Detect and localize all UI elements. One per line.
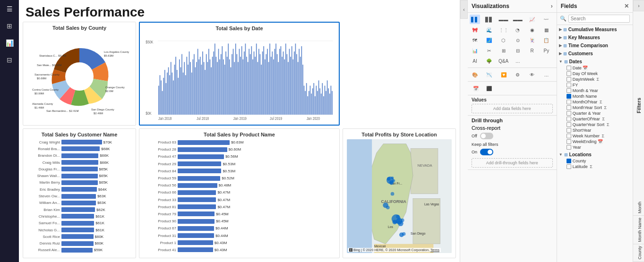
waterfall-icon[interactable]: 🌊 xyxy=(484,25,494,34)
field-item[interactable]: Month Name xyxy=(557,93,633,99)
fields-search-input[interactable] xyxy=(568,15,630,23)
field-group-header[interactable]: ▼⊞Locations xyxy=(557,151,633,158)
field-checkbox[interactable] xyxy=(567,134,571,138)
svg-rect-102 xyxy=(258,49,259,114)
field-item[interactable]: ShortYear xyxy=(557,127,633,133)
pie-chart-icon[interactable]: ◔ xyxy=(513,25,523,34)
sales-by-date-box[interactable]: Total Sales by Date $50K $0K xyxy=(139,22,340,126)
field-item[interactable]: MonthOfYear Σ xyxy=(557,99,633,105)
add-data-fields-box[interactable]: Add data fields here xyxy=(472,104,553,113)
filter-county[interactable]: County xyxy=(633,244,644,262)
scatter-icon[interactable]: ⋮⋮ xyxy=(498,25,509,34)
r-script-icon[interactable]: R xyxy=(527,46,537,55)
field-item[interactable]: Month & Year xyxy=(557,88,633,93)
field-checkbox[interactable] xyxy=(567,159,571,163)
field-checkbox[interactable] xyxy=(567,94,571,99)
table-viz-icon[interactable]: ⊞ xyxy=(498,46,509,55)
calendar-icon[interactable]: 📅 xyxy=(471,84,481,93)
grid-icon[interactable]: ⊞ xyxy=(3,21,16,31)
field-checkbox[interactable] xyxy=(567,117,571,121)
card-icon[interactable]: 🃏 xyxy=(527,35,537,45)
field-item[interactable]: QuarterOfYear Σ xyxy=(557,116,633,122)
field-checkbox[interactable] xyxy=(567,105,571,110)
hamburger-icon[interactable]: ☰ xyxy=(3,4,16,14)
more-icon[interactable]: … xyxy=(513,56,523,66)
more2-icon[interactable]: … xyxy=(541,70,551,79)
map-chart-box[interactable]: Total Profits by Store Location NEVADA C… xyxy=(343,128,456,258)
funnel2-icon[interactable]: ⬛ xyxy=(484,84,494,93)
product-chart-box[interactable]: Total Sales by Product Name Product 63$0… xyxy=(139,128,340,258)
field-group-header[interactable]: ▶⊞Customers xyxy=(557,50,633,57)
field-group-header[interactable]: ▼⊞Dates xyxy=(557,58,633,65)
collapse-right-arrow[interactable]: › xyxy=(633,0,644,11)
field-group-header[interactable]: ▶⊞Cumulative Measures xyxy=(557,26,633,33)
field-checkbox[interactable] xyxy=(567,83,571,87)
collapse-left-arrow[interactable]: ‹ xyxy=(460,0,468,19)
qa-icon[interactable]: Q&A xyxy=(498,56,509,66)
field-item[interactable]: Year xyxy=(557,144,633,150)
chart-nav-icon[interactable]: 📊 xyxy=(3,38,16,48)
field-item[interactable]: MonthYear Sort Σ xyxy=(557,105,633,110)
paint-icon[interactable]: 🎨 xyxy=(470,70,480,79)
stacked-hbar-icon[interactable]: ▬▬ xyxy=(513,15,523,24)
visual-icon[interactable]: 👁 xyxy=(527,70,537,79)
filled-map-icon[interactable]: 🗾 xyxy=(484,35,494,45)
field-item[interactable]: County xyxy=(557,158,633,164)
fields-panel-close[interactable]: ✕ xyxy=(624,3,629,9)
decomp-tree-icon[interactable]: 🌳 xyxy=(484,56,494,66)
slicer-icon[interactable]: ✂ xyxy=(484,46,494,55)
field-checkbox[interactable] xyxy=(567,100,571,104)
stacked-bar-icon[interactable]: ▊▊ xyxy=(484,15,494,24)
product-bar-row: Product 84$0.53M xyxy=(143,168,335,174)
area-chart-icon[interactable]: 〰 xyxy=(541,15,551,24)
field-checkbox[interactable] xyxy=(567,128,571,133)
field-item[interactable]: QuarterYear Sort Σ xyxy=(557,122,633,127)
multirow-card-icon[interactable]: 📋 xyxy=(541,35,551,45)
keep-filters-toggle[interactable] xyxy=(480,149,493,155)
field-item[interactable]: Day Of Week xyxy=(557,71,633,76)
field-checkbox[interactable] xyxy=(567,164,571,169)
ai-icon[interactable]: AI xyxy=(470,56,480,66)
ribbon-chart-icon[interactable]: 🎀 xyxy=(470,25,480,34)
customer-chart-box[interactable]: Total Sales by Customer Name Craig Wrigh… xyxy=(23,128,136,258)
field-item[interactable]: Week Number Σ xyxy=(557,133,633,139)
field-checkbox[interactable] xyxy=(567,122,571,127)
field-checkbox[interactable] xyxy=(567,66,571,70)
analytics-icon[interactable]: 📉 xyxy=(484,70,494,79)
field-group-header[interactable]: ▶⊞Key Measures xyxy=(557,34,633,41)
field-item[interactable]: Latitude Σ xyxy=(557,164,633,169)
matrix-icon[interactable]: ⊟ xyxy=(513,46,523,55)
filter-month[interactable]: Month xyxy=(633,200,644,216)
filter-icon[interactable]: 🔽 xyxy=(498,70,509,79)
donut-chart-box[interactable]: Total Sales by County xyxy=(23,22,136,126)
viz-panel-nav-right[interactable]: › xyxy=(551,3,553,9)
donut-icon[interactable]: ◉ xyxy=(527,25,537,34)
field-checkbox[interactable] xyxy=(567,88,571,93)
funnel-icon[interactable]: ⬡ xyxy=(498,35,509,45)
kpi-icon[interactable]: 📊 xyxy=(470,46,480,55)
field-checkbox[interactable] xyxy=(567,139,571,144)
field-group-header[interactable]: ▶⊞Time Comparison xyxy=(557,42,633,49)
table-nav-icon[interactable]: ⊟ xyxy=(3,55,16,65)
field-item[interactable]: WeekEnding 📅 xyxy=(557,139,633,144)
field-checkbox[interactable] xyxy=(567,77,571,82)
gauge-icon[interactable]: ⊙ xyxy=(513,35,523,45)
field-item[interactable]: FY xyxy=(557,82,633,88)
field-checkbox[interactable] xyxy=(567,145,571,150)
drill-through-fields-box[interactable]: Add drill-through fields here xyxy=(472,158,553,168)
field-item[interactable]: Date 📅 xyxy=(557,65,633,71)
filters-tab-label[interactable]: Filters xyxy=(633,11,644,200)
line-chart-icon[interactable]: 📈 xyxy=(527,15,537,24)
hbar-chart-icon[interactable]: ▬▬ xyxy=(498,15,509,24)
python-icon[interactable]: Py xyxy=(541,46,551,55)
cross-report-toggle[interactable] xyxy=(480,133,493,139)
filter-month-name[interactable]: Month Name xyxy=(633,216,644,245)
map-icon[interactable]: 🗺 xyxy=(470,35,480,45)
format-icon[interactable]: ⚙ xyxy=(513,70,523,79)
treemap-icon[interactable]: ▦ xyxy=(541,25,551,34)
field-item[interactable]: DayInWeek Σ xyxy=(557,76,633,82)
field-checkbox[interactable] xyxy=(567,111,571,116)
field-checkbox[interactable] xyxy=(567,71,571,76)
field-item[interactable]: Quarter & Year xyxy=(557,110,633,116)
bar-chart-icon[interactable]: ▋▋ xyxy=(470,15,480,24)
